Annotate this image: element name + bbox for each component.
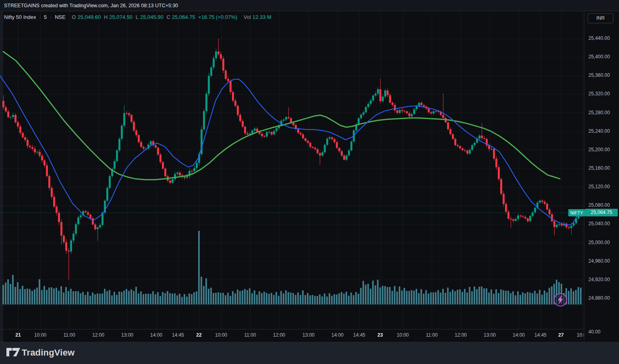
volume-bar [114, 292, 115, 304]
volume-bar [203, 286, 205, 304]
volume-bar [529, 292, 531, 304]
candle-up [193, 168, 195, 171]
candle-down [568, 227, 570, 228]
candle-down [94, 224, 96, 229]
volume-bar [329, 293, 330, 304]
candle-up [360, 115, 362, 118]
volume-bar [89, 296, 91, 304]
candle-down [338, 148, 340, 151]
candle-down [505, 204, 507, 212]
volume-bar [520, 295, 521, 304]
volume-bar [167, 291, 168, 304]
candle-down [462, 148, 464, 150]
candle-down [164, 169, 166, 176]
candle-up [121, 125, 123, 139]
candle-up [469, 150, 471, 153]
volume-bar [478, 287, 480, 304]
candle-down [130, 115, 132, 122]
volume-bar [423, 294, 424, 304]
volume-bar [365, 285, 366, 304]
volume-bar [488, 292, 490, 304]
candle-down [31, 147, 33, 149]
time-axis[interactable]: 2110:0011:0012:0013:0014:0014:452210:001… [0, 329, 584, 342]
candle-up [75, 224, 77, 234]
candle-down [237, 106, 239, 115]
candle-up [372, 96, 374, 101]
volume-bar [222, 293, 224, 304]
low-value: 25,045.90 [140, 14, 164, 20]
candle-up [116, 150, 118, 161]
volume-axis-tick: 40.00 [588, 329, 600, 335]
candle-down [551, 214, 553, 221]
volume-bar [355, 292, 357, 304]
candle-up [36, 152, 38, 153]
candle-down [288, 117, 290, 118]
candle-down [452, 134, 454, 139]
volume-bar [452, 290, 453, 304]
volume-bar [507, 291, 509, 304]
candle-down [481, 136, 483, 138]
interval-label: 5 [44, 14, 47, 20]
candle-up [196, 163, 198, 168]
price-tick: 24,880.00 [588, 295, 610, 301]
price-tick: 25,240.00 [588, 128, 610, 134]
volume-bar [326, 296, 328, 304]
candle-down [126, 113, 128, 114]
volume-bar [191, 294, 193, 304]
price-chart-canvas[interactable] [0, 11, 584, 329]
volume-bar [391, 291, 393, 304]
candle-down [51, 188, 53, 197]
price-tick: 25,360.00 [588, 72, 610, 78]
volume-bar [580, 288, 582, 304]
last-price-badge: 25,064.75 [585, 209, 618, 216]
candle-up [10, 117, 12, 118]
volume-bar [483, 288, 485, 304]
candle-down [43, 160, 46, 166]
tradingview-logo-icon[interactable] [6, 348, 20, 359]
high-value: 25,074.50 [109, 14, 132, 20]
volume-bar [43, 286, 45, 304]
candle-up [186, 176, 188, 178]
candle-down [512, 220, 514, 221]
volume-bar [425, 290, 427, 304]
volume-bar [63, 292, 64, 304]
candle-down [133, 122, 135, 130]
ma-slow-green-line [3, 51, 560, 179]
candle-up [534, 208, 536, 212]
volume-bar [498, 293, 499, 304]
candle-up [556, 225, 558, 227]
symbol-legend[interactable]: Nifty 50 Index · 5 · NSE O25,049.60 H25,… [4, 14, 273, 20]
tradingview-brand-text[interactable]: TradingView [22, 348, 75, 358]
volume-bar [118, 292, 120, 304]
candle-down [309, 143, 311, 147]
volume-bar [333, 294, 335, 304]
watermark-bar: STREETGAINS created with TradingView.com… [0, 0, 619, 11]
candle-down [544, 202, 546, 204]
price-tick: 25,320.00 [588, 91, 610, 97]
candle-down [457, 145, 459, 146]
candle-down [524, 217, 526, 218]
price-axis[interactable]: INR 25,440.0025,400.0025,360.0025,320.00… [584, 11, 619, 342]
volume-bar [193, 292, 195, 304]
candle-down [406, 111, 408, 113]
volume-bar [249, 288, 250, 304]
currency-button[interactable]: INR [588, 13, 613, 23]
candle-up [346, 155, 348, 160]
separator: · [39, 14, 41, 20]
volume-bar [534, 291, 536, 304]
volume-bar [275, 292, 277, 304]
volume-bar [459, 289, 461, 304]
volume-bar [486, 288, 487, 304]
volume-bar [280, 291, 282, 304]
candle-down [319, 153, 321, 156]
volume-bar [179, 294, 180, 304]
volume-bar [242, 290, 243, 304]
candle-down [449, 129, 451, 134]
lightning-button[interactable] [554, 293, 567, 306]
candle-down [307, 141, 309, 143]
time-tick: 12:00 [273, 332, 285, 338]
candle-down [304, 138, 306, 141]
chart-area[interactable]: Nifty 50 Index · 5 · NSE O25,049.60 H25,… [0, 11, 584, 342]
volume-bar [138, 294, 139, 304]
volume-bar [70, 289, 72, 304]
